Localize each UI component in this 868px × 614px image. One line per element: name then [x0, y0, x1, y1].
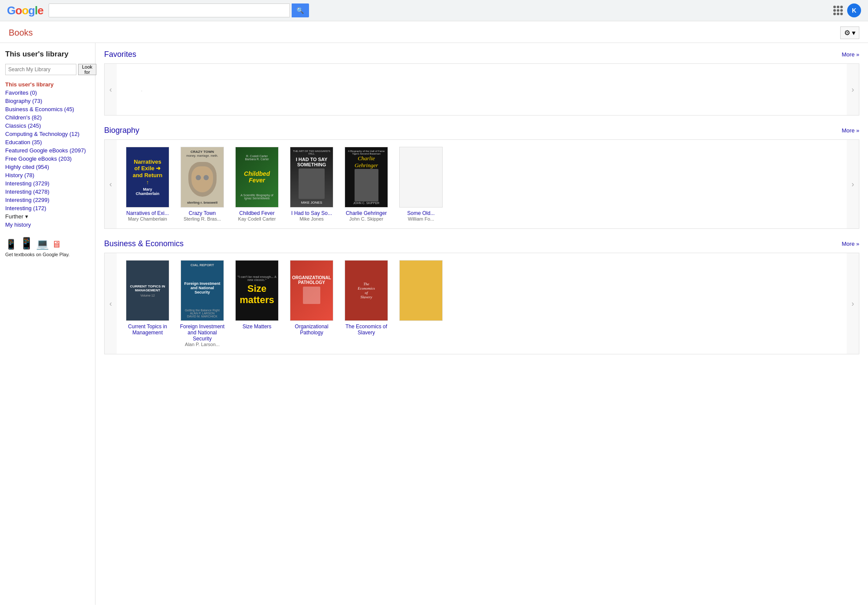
book-narratives[interactable]: Narrativesof Exile ➜and Return ↑ Mary Ch…	[124, 147, 171, 221]
sidebar-item-interesting4[interactable]: Interesting (172)	[5, 205, 90, 211]
book-size[interactable]: "I can't be read enough... A new classic…	[233, 260, 281, 347]
sidebar-item-interesting1[interactable]: Interesting (3729)	[5, 180, 90, 187]
biography-prev-button[interactable]: ‹	[105, 140, 117, 228]
books-title[interactable]: Books	[9, 28, 33, 38]
sidebar-item-this-library[interactable]: This user's library	[5, 81, 90, 88]
book-current[interactable]: CURRENT TOPICS IN MANAGEMENT Volume 12 C…	[124, 260, 171, 347]
favorites-books-row: ·	[117, 64, 847, 115]
book-cover-partial	[399, 260, 443, 321]
sidebar-item-computing[interactable]: Computing & Technology (12)	[5, 131, 90, 137]
book-author-narratives: Mary Chamberlain	[128, 216, 167, 221]
grid-dot	[833, 13, 836, 15]
favorites-next-button[interactable]: ›	[847, 64, 859, 115]
book-title-someold[interactable]: Some Old...	[407, 210, 434, 216]
business-next-button[interactable]: ›	[847, 253, 859, 354]
biography-books-row: Narrativesof Exile ➜and Return ↑ Mary Ch…	[117, 140, 847, 228]
book-cover-ihadtosay: THE ART OF TED HAGGARD'S FALL I HAD TO S…	[290, 147, 333, 208]
book-title-org[interactable]: Organizational Pathology	[288, 324, 335, 336]
book-economics[interactable]: TheEconomicsofSlavery The Economics of S…	[342, 260, 390, 347]
phone-icon: 📱	[5, 239, 17, 250]
main-layout: This user's library Look for This user's…	[0, 43, 868, 605]
book-title-narratives[interactable]: Narratives of Exi...	[126, 210, 169, 216]
favorites-empty: ·	[124, 71, 160, 108]
top-search-input[interactable]	[49, 3, 290, 17]
book-cover-childbed: R. Codell CarterBarbara R. Carter Childb…	[235, 147, 279, 208]
grid-dot	[837, 6, 839, 8]
book-charlie[interactable]: A Biography of the Hall of Fame Tigers S…	[342, 147, 390, 221]
book-title-charlie[interactable]: Charlie Gehringer	[346, 210, 387, 216]
textbooks-promo: 📱 📱 💻 🖥 Get textbooks on Google Play.	[5, 237, 90, 257]
book-foreign[interactable]: CIAL REPORT Foreign Investment and Natio…	[178, 260, 226, 347]
ihadtosay-subtitle: THE ART OF TED HAGGARD'S FALL	[293, 150, 330, 155]
biography-next-button[interactable]: ›	[847, 140, 859, 228]
grid-dot	[837, 9, 839, 12]
book-childbed[interactable]: R. Codell CarterBarbara R. Carter Childb…	[233, 147, 281, 221]
business-section-header: Business & Economics More »	[104, 239, 859, 248]
sidebar-item-history[interactable]: History (78)	[5, 172, 90, 178]
book-ihadtosay[interactable]: THE ART OF TED HAGGARD'S FALL I HAD TO S…	[288, 147, 335, 221]
book-author-crazytown: Sterling R. Bras...	[184, 216, 221, 221]
narratives-cover-title: Narrativesof Exile ➜and Return ↑	[131, 158, 164, 185]
sidebar-item-favorites[interactable]: Favorites (0)	[5, 89, 90, 96]
childbed-authors: R. Codell CarterBarbara R. Carter	[245, 155, 269, 161]
book-cover-org: ORGANIZATIONALPATHOLOGY	[290, 260, 333, 321]
look-for-button[interactable]: Look for	[78, 64, 96, 75]
sidebar: This user's library Look for This user's…	[0, 43, 95, 605]
tablet-icon: 📱	[20, 237, 33, 250]
book-title-economics[interactable]: The Economics of Slavery	[342, 324, 390, 336]
book-someold[interactable]: Some Old... William Fo...	[397, 147, 445, 221]
sidebar-item-business[interactable]: Business & Economics (45)	[5, 106, 90, 112]
business-section-title[interactable]: Business & Economics	[104, 239, 184, 248]
sidebar-item-featured[interactable]: Featured Google eBooks (2097)	[5, 147, 90, 154]
book-cover-economics: TheEconomicsofSlavery	[345, 260, 388, 321]
charlie-person-image	[355, 169, 378, 201]
business-prev-button[interactable]: ‹	[105, 253, 117, 354]
top-search-button[interactable]: 🔍	[292, 3, 309, 17]
childbed-title: ChildbedFever	[244, 171, 270, 184]
book-author-someold: William Fo...	[408, 216, 434, 221]
textbooks-label: Get textbooks on Google Play.	[5, 252, 90, 257]
book-crazytown[interactable]: CRAZY TOWNmoney. marriage. meth. sterlin…	[178, 147, 226, 221]
grid-dot	[833, 6, 836, 8]
book-title-ihadtosay[interactable]: I Had to Say So...	[291, 210, 332, 216]
biography-more-link[interactable]: More »	[842, 127, 859, 134]
childbed-sub: A Scientific Biography of Ignaz Semmelwe…	[238, 194, 276, 200]
biography-section-header: Biography More »	[104, 126, 859, 135]
grid-dot	[840, 6, 843, 8]
book-partial[interactable]	[397, 260, 445, 347]
biography-section-title[interactable]: Biography	[104, 126, 139, 135]
user-avatar[interactable]: K	[847, 3, 861, 17]
sidebar-item-classics[interactable]: Classics (245)	[5, 122, 90, 129]
favorites-section-title[interactable]: Favorites	[104, 50, 136, 59]
book-title-childbed[interactable]: Childbed Fever	[239, 210, 274, 216]
book-cover-narratives: Narrativesof Exile ➜and Return ↑ Mary Ch…	[126, 147, 169, 208]
book-author-charlie: John C. Skipper	[349, 216, 383, 221]
sidebar-item-further[interactable]: Further ▾	[5, 213, 90, 220]
sidebar-item-childrens[interactable]: Children's (82)	[5, 114, 90, 121]
book-title-foreign[interactable]: Foreign Investment and National Security	[178, 324, 226, 342]
sidebar-item-biography[interactable]: Biography (73)	[5, 98, 90, 104]
settings-button[interactable]: ⚙ ▾	[840, 26, 859, 39]
top-search-bar: 🔍	[49, 3, 309, 17]
laptop-icon: 💻	[36, 238, 49, 250]
book-title-current[interactable]: Current Topics in Management	[124, 324, 171, 336]
favorites-prev-button[interactable]: ‹	[105, 64, 117, 115]
business-more-link[interactable]: More »	[842, 241, 859, 247]
search-my-library-form: Look for	[5, 64, 90, 75]
settings-dropdown-arrow: ▾	[852, 29, 855, 37]
book-title-crazytown[interactable]: Crazy Town	[189, 210, 216, 216]
sidebar-item-education[interactable]: Education (35)	[5, 139, 90, 145]
sidebar-item-free[interactable]: Free Google eBooks (203)	[5, 155, 90, 162]
sidebar-item-interesting2[interactable]: Interesting (4278)	[5, 188, 90, 195]
sidebar-item-highly-cited[interactable]: Highly cited (954)	[5, 164, 90, 170]
sidebar-item-my-history[interactable]: My history	[5, 221, 90, 228]
book-org[interactable]: ORGANIZATIONALPATHOLOGY Organizational P…	[288, 260, 335, 347]
grid-dot	[837, 13, 839, 15]
favorites-more-link[interactable]: More »	[842, 51, 859, 58]
gear-icon: ⚙	[844, 29, 850, 37]
search-my-library-input[interactable]	[5, 64, 76, 75]
favorites-section-header: Favorites More »	[104, 50, 859, 59]
sidebar-item-interesting3[interactable]: Interesting (2299)	[5, 197, 90, 203]
book-title-size[interactable]: Size Matters	[243, 324, 272, 330]
grid-apps-icon[interactable]	[833, 6, 843, 15]
